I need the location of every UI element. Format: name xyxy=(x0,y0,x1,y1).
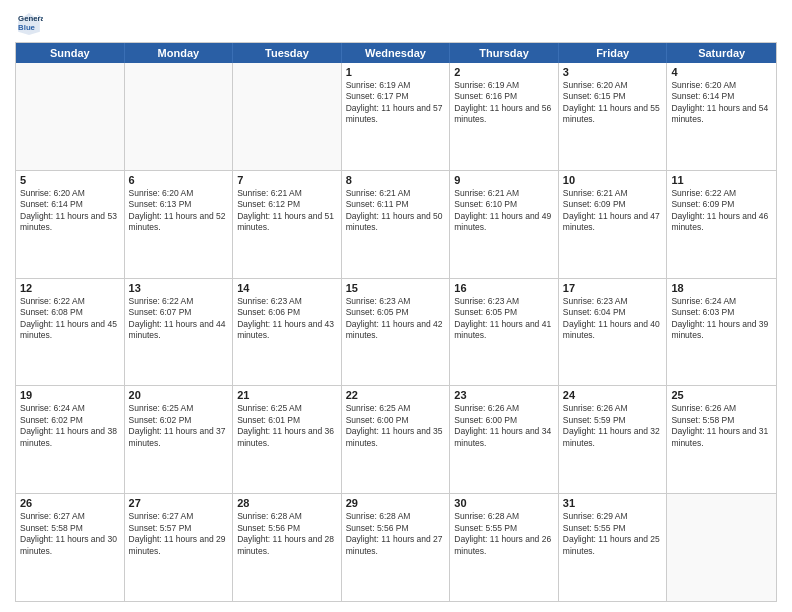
day-number: 5 xyxy=(20,174,120,186)
day-cell-17: 17Sunrise: 6:23 AM Sunset: 6:04 PM Dayli… xyxy=(559,279,668,386)
header: General Blue xyxy=(15,10,777,38)
day-number: 26 xyxy=(20,497,120,509)
day-header-thursday: Thursday xyxy=(450,43,559,63)
day-number: 7 xyxy=(237,174,337,186)
day-cell-26: 26Sunrise: 6:27 AM Sunset: 5:58 PM Dayli… xyxy=(16,494,125,601)
day-cell-13: 13Sunrise: 6:22 AM Sunset: 6:07 PM Dayli… xyxy=(125,279,234,386)
day-number: 17 xyxy=(563,282,663,294)
day-cell-12: 12Sunrise: 6:22 AM Sunset: 6:08 PM Dayli… xyxy=(16,279,125,386)
day-info: Sunrise: 6:28 AM Sunset: 5:56 PM Dayligh… xyxy=(237,511,337,557)
day-number: 19 xyxy=(20,389,120,401)
day-cell-15: 15Sunrise: 6:23 AM Sunset: 6:05 PM Dayli… xyxy=(342,279,451,386)
day-cell-2: 2Sunrise: 6:19 AM Sunset: 6:16 PM Daylig… xyxy=(450,63,559,170)
day-info: Sunrise: 6:21 AM Sunset: 6:10 PM Dayligh… xyxy=(454,188,554,234)
day-info: Sunrise: 6:25 AM Sunset: 6:00 PM Dayligh… xyxy=(346,403,446,449)
day-info: Sunrise: 6:20 AM Sunset: 6:14 PM Dayligh… xyxy=(20,188,120,234)
day-info: Sunrise: 6:23 AM Sunset: 6:04 PM Dayligh… xyxy=(563,296,663,342)
day-cell-7: 7Sunrise: 6:21 AM Sunset: 6:12 PM Daylig… xyxy=(233,171,342,278)
day-cell-3: 3Sunrise: 6:20 AM Sunset: 6:15 PM Daylig… xyxy=(559,63,668,170)
day-number: 2 xyxy=(454,66,554,78)
day-number: 3 xyxy=(563,66,663,78)
day-cell-4: 4Sunrise: 6:20 AM Sunset: 6:14 PM Daylig… xyxy=(667,63,776,170)
empty-cell xyxy=(16,63,125,170)
day-cell-6: 6Sunrise: 6:20 AM Sunset: 6:13 PM Daylig… xyxy=(125,171,234,278)
day-info: Sunrise: 6:26 AM Sunset: 5:59 PM Dayligh… xyxy=(563,403,663,449)
day-info: Sunrise: 6:20 AM Sunset: 6:14 PM Dayligh… xyxy=(671,80,772,126)
day-info: Sunrise: 6:23 AM Sunset: 6:05 PM Dayligh… xyxy=(454,296,554,342)
day-cell-9: 9Sunrise: 6:21 AM Sunset: 6:10 PM Daylig… xyxy=(450,171,559,278)
empty-cell xyxy=(667,494,776,601)
day-cell-31: 31Sunrise: 6:29 AM Sunset: 5:55 PM Dayli… xyxy=(559,494,668,601)
day-info: Sunrise: 6:27 AM Sunset: 5:58 PM Dayligh… xyxy=(20,511,120,557)
day-cell-24: 24Sunrise: 6:26 AM Sunset: 5:59 PM Dayli… xyxy=(559,386,668,493)
week-row-1: 1Sunrise: 6:19 AM Sunset: 6:17 PM Daylig… xyxy=(16,63,776,171)
empty-cell xyxy=(233,63,342,170)
empty-cell xyxy=(125,63,234,170)
day-number: 28 xyxy=(237,497,337,509)
day-header-friday: Friday xyxy=(559,43,668,63)
day-info: Sunrise: 6:25 AM Sunset: 6:01 PM Dayligh… xyxy=(237,403,337,449)
day-number: 22 xyxy=(346,389,446,401)
day-info: Sunrise: 6:23 AM Sunset: 6:05 PM Dayligh… xyxy=(346,296,446,342)
day-info: Sunrise: 6:23 AM Sunset: 6:06 PM Dayligh… xyxy=(237,296,337,342)
svg-text:General: General xyxy=(18,14,43,23)
day-cell-8: 8Sunrise: 6:21 AM Sunset: 6:11 PM Daylig… xyxy=(342,171,451,278)
day-number: 11 xyxy=(671,174,772,186)
day-cell-23: 23Sunrise: 6:26 AM Sunset: 6:00 PM Dayli… xyxy=(450,386,559,493)
day-info: Sunrise: 6:20 AM Sunset: 6:13 PM Dayligh… xyxy=(129,188,229,234)
day-info: Sunrise: 6:21 AM Sunset: 6:11 PM Dayligh… xyxy=(346,188,446,234)
day-number: 20 xyxy=(129,389,229,401)
day-info: Sunrise: 6:24 AM Sunset: 6:03 PM Dayligh… xyxy=(671,296,772,342)
day-cell-18: 18Sunrise: 6:24 AM Sunset: 6:03 PM Dayli… xyxy=(667,279,776,386)
week-row-3: 12Sunrise: 6:22 AM Sunset: 6:08 PM Dayli… xyxy=(16,279,776,387)
day-number: 13 xyxy=(129,282,229,294)
day-info: Sunrise: 6:21 AM Sunset: 6:12 PM Dayligh… xyxy=(237,188,337,234)
day-info: Sunrise: 6:28 AM Sunset: 5:55 PM Dayligh… xyxy=(454,511,554,557)
day-cell-21: 21Sunrise: 6:25 AM Sunset: 6:01 PM Dayli… xyxy=(233,386,342,493)
calendar: SundayMondayTuesdayWednesdayThursdayFrid… xyxy=(15,42,777,602)
day-info: Sunrise: 6:25 AM Sunset: 6:02 PM Dayligh… xyxy=(129,403,229,449)
day-cell-20: 20Sunrise: 6:25 AM Sunset: 6:02 PM Dayli… xyxy=(125,386,234,493)
day-cell-1: 1Sunrise: 6:19 AM Sunset: 6:17 PM Daylig… xyxy=(342,63,451,170)
day-number: 4 xyxy=(671,66,772,78)
day-number: 18 xyxy=(671,282,772,294)
day-info: Sunrise: 6:26 AM Sunset: 6:00 PM Dayligh… xyxy=(454,403,554,449)
svg-text:Blue: Blue xyxy=(18,23,36,32)
day-number: 16 xyxy=(454,282,554,294)
day-header-monday: Monday xyxy=(125,43,234,63)
day-cell-16: 16Sunrise: 6:23 AM Sunset: 6:05 PM Dayli… xyxy=(450,279,559,386)
day-number: 29 xyxy=(346,497,446,509)
day-info: Sunrise: 6:21 AM Sunset: 6:09 PM Dayligh… xyxy=(563,188,663,234)
day-info: Sunrise: 6:26 AM Sunset: 5:58 PM Dayligh… xyxy=(671,403,772,449)
calendar-body: 1Sunrise: 6:19 AM Sunset: 6:17 PM Daylig… xyxy=(16,63,776,601)
day-header-sunday: Sunday xyxy=(16,43,125,63)
day-cell-25: 25Sunrise: 6:26 AM Sunset: 5:58 PM Dayli… xyxy=(667,386,776,493)
day-number: 31 xyxy=(563,497,663,509)
logo: General Blue xyxy=(15,10,47,38)
day-cell-14: 14Sunrise: 6:23 AM Sunset: 6:06 PM Dayli… xyxy=(233,279,342,386)
day-info: Sunrise: 6:22 AM Sunset: 6:07 PM Dayligh… xyxy=(129,296,229,342)
day-info: Sunrise: 6:19 AM Sunset: 6:17 PM Dayligh… xyxy=(346,80,446,126)
day-cell-10: 10Sunrise: 6:21 AM Sunset: 6:09 PM Dayli… xyxy=(559,171,668,278)
day-number: 24 xyxy=(563,389,663,401)
day-info: Sunrise: 6:19 AM Sunset: 6:16 PM Dayligh… xyxy=(454,80,554,126)
day-cell-28: 28Sunrise: 6:28 AM Sunset: 5:56 PM Dayli… xyxy=(233,494,342,601)
day-headers: SundayMondayTuesdayWednesdayThursdayFrid… xyxy=(16,43,776,63)
day-info: Sunrise: 6:22 AM Sunset: 6:09 PM Dayligh… xyxy=(671,188,772,234)
day-info: Sunrise: 6:20 AM Sunset: 6:15 PM Dayligh… xyxy=(563,80,663,126)
day-info: Sunrise: 6:27 AM Sunset: 5:57 PM Dayligh… xyxy=(129,511,229,557)
day-header-saturday: Saturday xyxy=(667,43,776,63)
day-number: 14 xyxy=(237,282,337,294)
day-number: 6 xyxy=(129,174,229,186)
logo-icon: General Blue xyxy=(15,10,43,38)
day-number: 23 xyxy=(454,389,554,401)
day-number: 27 xyxy=(129,497,229,509)
day-info: Sunrise: 6:22 AM Sunset: 6:08 PM Dayligh… xyxy=(20,296,120,342)
day-number: 1 xyxy=(346,66,446,78)
day-number: 15 xyxy=(346,282,446,294)
page: General Blue SundayMondayTuesdayWednesda… xyxy=(0,0,792,612)
day-header-tuesday: Tuesday xyxy=(233,43,342,63)
day-number: 25 xyxy=(671,389,772,401)
day-cell-22: 22Sunrise: 6:25 AM Sunset: 6:00 PM Dayli… xyxy=(342,386,451,493)
day-number: 21 xyxy=(237,389,337,401)
